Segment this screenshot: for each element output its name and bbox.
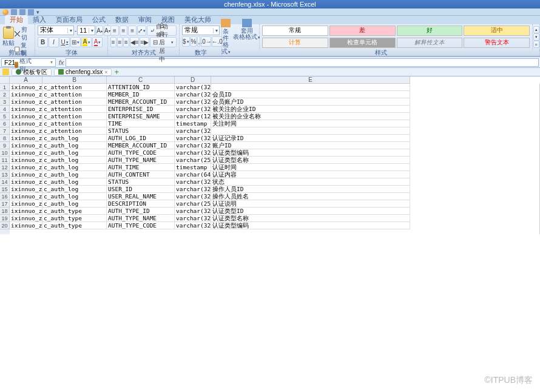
font-size-input[interactable] <box>78 26 89 35</box>
number-format-input[interactable] <box>183 26 213 35</box>
cell[interactable]: ixinnuo_zxpt <box>10 84 42 91</box>
border-button[interactable]: ⊞▾ <box>70 37 81 47</box>
cell[interactable]: USER_REAL_NAME <box>107 193 175 200</box>
cell[interactable]: varchar(32) <box>175 215 211 222</box>
cell[interactable]: c_auth_type <box>42 208 107 215</box>
tab-home[interactable]: 开始 <box>5 15 28 24</box>
cell[interactable]: ixinnuo_zxpt <box>10 171 42 178</box>
row-header[interactable]: 19 <box>0 215 10 222</box>
row-header[interactable]: 15 <box>0 186 10 193</box>
tab-data[interactable]: 数据 <box>110 15 133 24</box>
cell[interactable]: varchar(32) <box>175 135 211 142</box>
add-tab-button[interactable]: + <box>114 67 119 76</box>
cut-button[interactable]: 剪切 <box>15 25 32 41</box>
cell[interactable]: varchar(32) <box>175 186 211 193</box>
col-header-b[interactable]: B <box>42 76 107 84</box>
italic-button[interactable]: I <box>49 37 59 47</box>
cell[interactable] <box>211 84 410 91</box>
cell[interactable]: DESCRIPTION <box>107 200 175 208</box>
row-header[interactable]: 18 <box>0 208 10 215</box>
cell[interactable]: varchar(32) <box>175 208 211 215</box>
cell[interactable]: ixinnuo_zxpt <box>10 215 42 222</box>
cell[interactable]: AUTH_TYPE_ID <box>107 208 175 215</box>
cell[interactable]: 认证类型编码 <box>211 149 410 157</box>
fill-color-button[interactable]: A▾ <box>81 37 92 47</box>
cell[interactable]: 认证时间 <box>211 164 410 171</box>
cell[interactable]: ixinnuo_zxpt <box>10 91 42 98</box>
cell[interactable]: ATTENTION_ID <box>107 84 175 91</box>
percent-button[interactable]: % <box>191 36 197 47</box>
cell[interactable]: c_attention <box>42 106 107 113</box>
cell[interactable]: c_auth_log <box>42 178 107 186</box>
cell[interactable]: c_auth_log <box>42 193 107 200</box>
cell[interactable]: 认证类型ID <box>211 208 410 215</box>
cell[interactable]: ixinnuo_zxpt <box>10 135 42 142</box>
cell[interactable]: 被关注的企业ID <box>211 106 410 113</box>
cell[interactable]: MEMBER_ID <box>107 91 175 98</box>
cell[interactable]: ixinnuo_zxpt <box>10 142 42 149</box>
row-header[interactable]: 11 <box>0 157 10 164</box>
cell[interactable]: 关注时间 <box>211 120 410 127</box>
cell[interactable]: STATUS <box>107 127 175 135</box>
row-header[interactable]: 1 <box>0 84 10 91</box>
cell[interactable]: varchar(32) <box>175 98 211 106</box>
style-check[interactable]: 检查单元格 <box>329 38 396 48</box>
row-header[interactable]: 13 <box>0 171 10 178</box>
cell[interactable]: timestamp <box>175 120 211 127</box>
style-bad[interactable]: 差 <box>329 25 396 36</box>
cell[interactable]: 认证类型编码 <box>211 222 410 229</box>
underline-button[interactable]: U▾ <box>59 37 70 47</box>
paste-button[interactable]: 粘贴 <box>2 25 15 49</box>
cell[interactable]: AUTH_TYPE_NAME <box>107 215 175 222</box>
copy-button[interactable]: 复制 <box>15 41 32 57</box>
cell[interactable]: ixinnuo_zxpt <box>10 98 42 106</box>
tab-beautify[interactable]: 美化大师 <box>180 15 216 24</box>
cell[interactable]: AUTH_TYPE_CODE <box>107 149 175 157</box>
col-header-d[interactable]: D <box>175 76 211 84</box>
cell[interactable]: c_auth_log <box>42 186 107 193</box>
orientation-button[interactable]: ⤢▾ <box>137 25 146 36</box>
cell[interactable]: c_auth_log <box>42 157 107 164</box>
comma-button[interactable]: , <box>197 36 200 47</box>
cell[interactable]: ixinnuo_zxpt <box>10 127 42 135</box>
style-more-button[interactable]: ≡ <box>533 41 539 48</box>
increase-font-button[interactable]: A▴ <box>96 25 103 36</box>
cell[interactable]: ENTERPRISE_ID <box>107 106 175 113</box>
font-size-combo[interactable]: ▾ <box>77 25 95 35</box>
cell[interactable]: varchar(32) <box>175 193 211 200</box>
indent-dec-button[interactable]: ◀≡ <box>130 37 140 47</box>
style-explain[interactable]: 解释性文本 <box>397 38 463 48</box>
cell[interactable]: ixinnuo_zxpt <box>10 208 42 215</box>
row-header[interactable]: 5 <box>0 113 10 120</box>
cell[interactable]: 认证记录ID <box>211 135 410 142</box>
cell[interactable]: TIME <box>107 120 175 127</box>
cell[interactable]: ixinnuo_zxpt <box>10 186 42 193</box>
align-top-button[interactable]: ≡ <box>110 25 119 36</box>
cell[interactable]: AUTH_TYPE_NAME <box>107 157 175 164</box>
cell[interactable]: AUTH_LOG_ID <box>107 135 175 142</box>
cell[interactable]: ixinnuo_zxpt <box>10 106 42 113</box>
cell[interactable]: varchar(32) <box>175 222 211 229</box>
style-calc[interactable]: 计算 <box>262 38 328 48</box>
cell[interactable]: varchar(32) <box>175 106 211 113</box>
cell[interactable]: varchar(32) <box>175 84 211 91</box>
cell[interactable]: c_auth_type <box>42 215 107 222</box>
cell[interactable]: MEMBER_ACCOUNT_ID <box>107 142 175 149</box>
row-header[interactable]: 10 <box>0 149 10 157</box>
row-header[interactable]: 7 <box>0 127 10 135</box>
number-format-combo[interactable]: ▾ <box>182 25 220 35</box>
cell[interactable]: c_attention <box>42 91 107 98</box>
cell[interactable]: ixinnuo_zxpt <box>10 222 42 229</box>
bold-button[interactable]: B <box>38 37 48 47</box>
align-left-button[interactable]: ≡ <box>110 37 116 47</box>
cell[interactable]: USER_ID <box>107 186 175 193</box>
cell[interactable]: AUTH_TYPE_CODE <box>107 222 175 229</box>
cell[interactable]: 账户ID <box>211 142 410 149</box>
formula-input[interactable] <box>66 58 539 67</box>
cell[interactable]: c_auth_log <box>42 200 107 208</box>
cell[interactable] <box>211 127 410 135</box>
office-button[interactable] <box>2 9 8 15</box>
cell[interactable]: 认证说明 <box>211 200 410 208</box>
row-header[interactable]: 3 <box>0 98 10 106</box>
cell[interactable]: AUTH_CONTENT <box>107 171 175 178</box>
